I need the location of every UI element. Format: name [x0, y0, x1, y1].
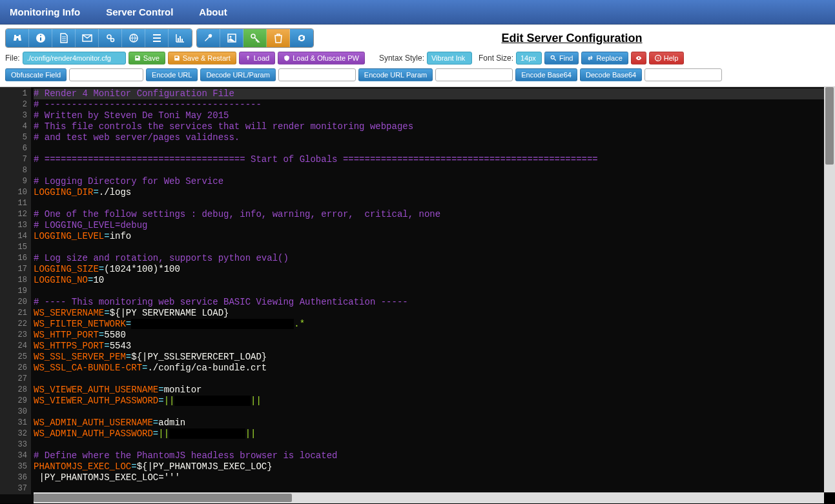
- code-line[interactable]: WS_HTTP_PORT=5580: [34, 330, 824, 341]
- code-line[interactable]: # Written by Steven De Toni May 2015: [34, 110, 824, 121]
- line-gutter: 1234567891011121314151617181920212223242…: [0, 87, 31, 494]
- decode-b64-button[interactable]: Decode Base64: [580, 68, 642, 81]
- refresh-icon[interactable]: [290, 29, 313, 47]
- line-number: 35: [0, 461, 27, 472]
- url-input[interactable]: [278, 68, 356, 81]
- syntax-style-select[interactable]: [427, 52, 472, 65]
- horizontal-scrollbar[interactable]: [34, 492, 824, 503]
- syntax-label: Syntax Style:: [379, 54, 424, 63]
- nav-server-control[interactable]: Server Control: [106, 6, 173, 17]
- code-line[interactable]: WS_SSL_SERVER_PEM=${|PY_SSLSERVERCERT_LO…: [34, 352, 824, 363]
- b64-input[interactable]: [644, 68, 722, 81]
- vertical-scrollbar[interactable]: [824, 87, 835, 492]
- code-line[interactable]: # Log size and rotation, supports python…: [34, 253, 824, 264]
- save-restart-button[interactable]: Save & Restart: [168, 52, 236, 65]
- code-line[interactable]: WS_SERVERNAME=${|PY SERVERNAME LOAD}: [34, 308, 824, 319]
- file-icon[interactable]: [52, 29, 76, 47]
- encode-url-param-button[interactable]: Encode URL Param: [358, 68, 433, 81]
- info-icon[interactable]: [29, 29, 52, 47]
- font-size-label: Font Size:: [479, 54, 513, 63]
- code-line[interactable]: [34, 242, 824, 253]
- load-ofuscate-button[interactable]: Load & Ofuscate PW: [278, 52, 365, 65]
- line-number: 17: [0, 264, 27, 275]
- wrench-icon[interactable]: [197, 29, 220, 47]
- line-number: 4: [0, 121, 27, 132]
- font-size-select[interactable]: [516, 52, 542, 65]
- line-number: 9: [0, 176, 27, 187]
- code-editor[interactable]: 1234567891011121314151617181920212223242…: [0, 87, 835, 503]
- image-icon[interactable]: [220, 29, 243, 47]
- binoculars-icon[interactable]: [6, 29, 29, 47]
- code-line[interactable]: # ===================================== …: [34, 154, 824, 165]
- line-number: 5: [0, 132, 27, 143]
- file-path-input[interactable]: [23, 52, 126, 65]
- save-button[interactable]: Save: [129, 52, 165, 65]
- code-line[interactable]: [34, 198, 824, 209]
- chart-icon[interactable]: [169, 29, 192, 47]
- code-line[interactable]: # Define where the PhantomJS headless br…: [34, 450, 824, 461]
- help-button[interactable]: ?Help: [649, 52, 685, 65]
- code-line[interactable]: # One of the follow settings : debug, in…: [34, 209, 824, 220]
- url-param-input[interactable]: [435, 68, 513, 81]
- code-line[interactable]: WS_SSL_CA-BUNDLE-CRT=./config/ca-bundle.…: [34, 363, 824, 374]
- tasks-icon[interactable]: [145, 29, 169, 47]
- code-line[interactable]: WS_ADMIN_AUTH_PASSWORD=|| ||: [34, 428, 824, 439]
- encode-b64-button[interactable]: Encode Base64: [515, 68, 577, 81]
- code-line[interactable]: [34, 407, 824, 418]
- line-number: 30: [0, 407, 27, 418]
- find-button[interactable]: Find: [544, 52, 579, 65]
- gears-icon[interactable]: [99, 29, 122, 47]
- code-area[interactable]: # Render 4 Monitor Configuration File# -…: [34, 87, 824, 494]
- code-line[interactable]: [34, 286, 824, 297]
- group-actions: [196, 28, 314, 48]
- toolbar-encode: Obfuscate Field Encode URL Decode URL/Pa…: [0, 68, 835, 87]
- code-line[interactable]: PHANTOMJS_EXEC_LOC=${|PY_PHANTOMJS_EXEC_…: [34, 461, 824, 472]
- scroll-thumb[interactable]: [825, 87, 834, 165]
- code-line[interactable]: LOGGING_DIR=./logs: [34, 187, 824, 198]
- code-line[interactable]: # and test web server/pages validness.: [34, 132, 824, 143]
- code-line[interactable]: WS_FILTER_NETWORK= .*: [34, 319, 824, 330]
- code-line[interactable]: # Logging Directory for Web Service: [34, 176, 824, 187]
- code-line[interactable]: LOGGING_SIZE=(1024*100)*100: [34, 264, 824, 275]
- code-line[interactable]: # This file controls the services that w…: [34, 121, 824, 132]
- nav-about[interactable]: About: [199, 6, 227, 17]
- code-line[interactable]: LOGGING_LEVEL=info: [34, 231, 824, 242]
- mail-icon[interactable]: [76, 29, 99, 47]
- line-number: 37: [0, 483, 27, 494]
- line-number: 34: [0, 450, 27, 461]
- line-number: 2: [0, 99, 27, 110]
- obfuscate-input[interactable]: [69, 68, 143, 81]
- line-number: 31: [0, 418, 27, 428]
- trash-icon[interactable]: [267, 29, 290, 47]
- code-line[interactable]: # --------------------------------------…: [34, 99, 824, 110]
- scroll-thumb[interactable]: [34, 494, 292, 502]
- code-line[interactable]: WS_VIEWER_AUTH_USERNAME=monitor: [34, 385, 824, 396]
- line-number: 3: [0, 110, 27, 121]
- code-line[interactable]: LOGGING_NO=10: [34, 275, 824, 286]
- code-line[interactable]: WS_VIEWER_AUTH_PASSWORD=|| ||: [34, 396, 824, 407]
- globe-icon[interactable]: [122, 29, 145, 47]
- code-line[interactable]: [34, 143, 824, 154]
- nav-monitoring[interactable]: Monitoring Info: [10, 6, 80, 17]
- code-line[interactable]: |PY_PHANTOMJS_EXEC_LOC=''': [34, 472, 824, 483]
- group-monitor: [5, 28, 192, 48]
- line-number: 16: [0, 253, 27, 264]
- decode-url-button[interactable]: Decode URL/Param: [200, 68, 275, 81]
- obfuscate-button[interactable]: Obfuscate Field: [5, 68, 67, 81]
- code-line[interactable]: # Render 4 Monitor Configuration File: [34, 88, 824, 99]
- code-line[interactable]: WS_ADMIN_AUTH_USERNAME=admin: [34, 418, 824, 428]
- code-line[interactable]: # ---- This monitoring web service BASIC…: [34, 297, 824, 308]
- code-line[interactable]: [34, 374, 824, 385]
- encode-url-button[interactable]: Encode URL: [146, 68, 198, 81]
- code-line[interactable]: # LOGGING_LEVEL=debug: [34, 220, 824, 231]
- load-button[interactable]: Load: [239, 52, 275, 65]
- code-line[interactable]: WS_HTTPS_PORT=5543: [34, 341, 824, 352]
- code-line[interactable]: [34, 439, 824, 450]
- line-number: 23: [0, 330, 27, 341]
- line-number: 24: [0, 341, 27, 352]
- replace-button[interactable]: Replace: [581, 52, 628, 65]
- key-icon[interactable]: [243, 29, 267, 47]
- line-number: 15: [0, 242, 27, 253]
- code-line[interactable]: [34, 165, 824, 176]
- eye-button[interactable]: [631, 52, 646, 65]
